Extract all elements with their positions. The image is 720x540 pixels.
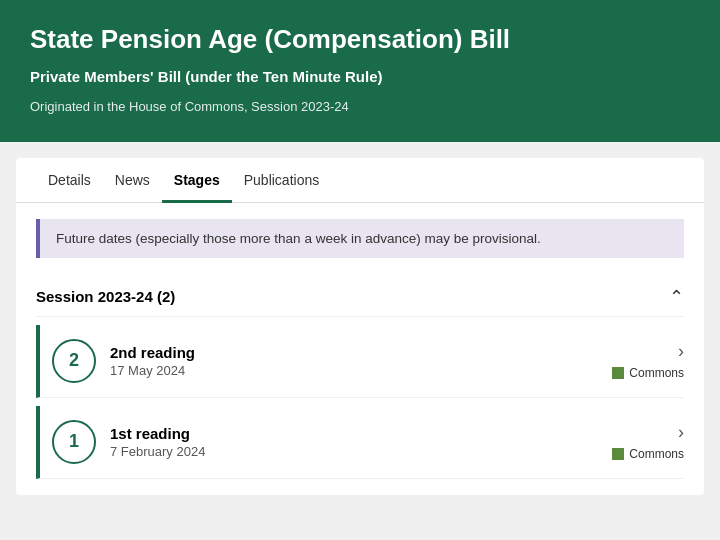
stage-item-1st-reading[interactable]: 1 1st reading 7 February 2024 › Commons (36, 406, 684, 479)
content-card: Details News Stages Publications Future … (16, 158, 704, 495)
page-header: State Pension Age (Compensation) Bill Pr… (0, 0, 720, 142)
stage-right-2nd: › Commons (612, 341, 684, 380)
tab-news[interactable]: News (103, 158, 162, 203)
session-title: Session 2023-24 (2) (36, 288, 175, 305)
session-header[interactable]: Session 2023-24 (2) ⌃ (36, 274, 684, 317)
notice-box: Future dates (especially those more than… (36, 219, 684, 258)
commons-badge-1st: Commons (612, 447, 684, 461)
commons-label-1st: Commons (629, 447, 684, 461)
bill-subtitle: Private Members' Bill (under the Ten Min… (30, 67, 690, 87)
stage-info-2nd: 2nd reading 17 May 2024 (110, 344, 612, 378)
stages-content: Future dates (especially those more than… (16, 203, 704, 495)
stage-item-2nd-reading[interactable]: 2 2nd reading 17 May 2024 › Commons (36, 325, 684, 398)
chevron-right-icon-1st: › (678, 422, 684, 443)
stage-date-2nd: 17 May 2024 (110, 363, 612, 378)
collapse-icon[interactable]: ⌃ (669, 286, 684, 308)
chevron-right-icon-2nd: › (678, 341, 684, 362)
bill-title: State Pension Age (Compensation) Bill (30, 24, 690, 55)
tab-publications[interactable]: Publications (232, 158, 332, 203)
commons-square-icon-1st (612, 448, 624, 460)
stage-right-1st: › Commons (612, 422, 684, 461)
stage-info-1st: 1st reading 7 February 2024 (110, 425, 612, 459)
commons-badge-2nd: Commons (612, 366, 684, 380)
tab-bar: Details News Stages Publications (16, 158, 704, 203)
commons-label-2nd: Commons (629, 366, 684, 380)
stage-date-1st: 7 February 2024 (110, 444, 612, 459)
stage-name-1st: 1st reading (110, 425, 612, 442)
stage-number-2: 2 (52, 339, 96, 383)
tab-stages[interactable]: Stages (162, 158, 232, 203)
bill-meta: Originated in the House of Commons, Sess… (30, 99, 690, 114)
commons-square-icon-2nd (612, 367, 624, 379)
tab-details[interactable]: Details (36, 158, 103, 203)
stage-name-2nd: 2nd reading (110, 344, 612, 361)
notice-text: Future dates (especially those more than… (56, 231, 541, 246)
stage-number-1: 1 (52, 420, 96, 464)
